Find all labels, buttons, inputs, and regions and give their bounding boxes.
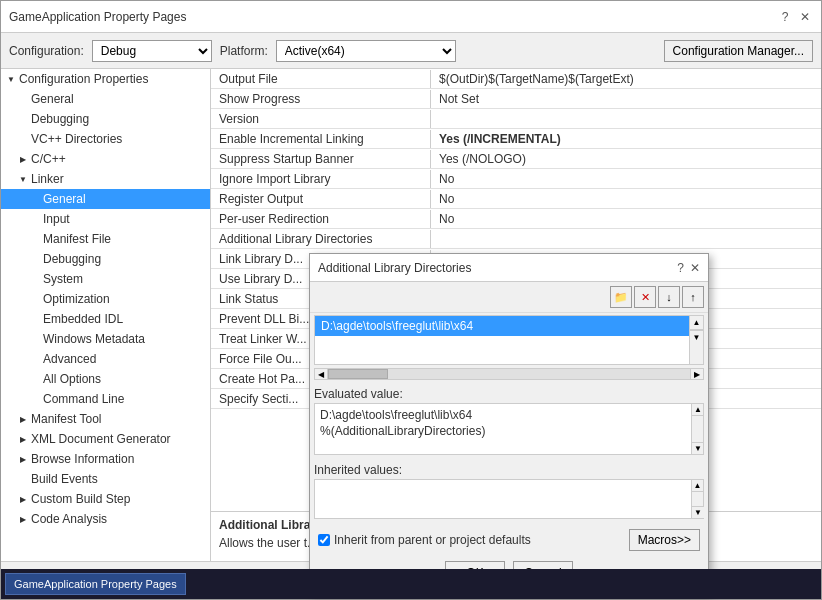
hscroll-left-btn[interactable]: ◀ <box>314 368 328 380</box>
platform-label: Platform: <box>220 44 268 58</box>
sidebar-item-all-options[interactable]: All Options <box>1 369 210 389</box>
modal-title-controls: ? ✕ <box>677 261 700 275</box>
prop-row-ignore-import: Ignore Import Library No <box>211 169 821 189</box>
sidebar-item-linker[interactable]: ▼ Linker <box>1 169 210 189</box>
hscroll-right-btn[interactable]: ▶ <box>690 368 704 380</box>
hscroll-track <box>328 368 690 380</box>
prop-value-version <box>431 117 821 121</box>
spacer-icon <box>29 193 41 205</box>
sidebar-item-linker-input[interactable]: Input <box>1 209 210 229</box>
add-folder-button[interactable]: 📁 <box>610 286 632 308</box>
expand-icon: ▶ <box>17 493 29 505</box>
title-controls: ? ✕ <box>777 9 813 25</box>
prop-value-additional-lib-dirs <box>431 237 821 241</box>
modal-footer: Inherit from parent or project defaults … <box>310 523 708 557</box>
sidebar-item-browse-info[interactable]: ▶ Browse Information <box>1 449 210 469</box>
collapse-icon: ▼ <box>17 173 29 185</box>
inherited-box: ▲ ▼ <box>314 479 704 519</box>
sidebar-item-command-line[interactable]: Command Line <box>1 389 210 409</box>
move-down-button[interactable]: ↓ <box>658 286 680 308</box>
prop-value-register-output: No <box>431 190 821 208</box>
sidebar-item-xml-doc[interactable]: ▶ XML Document Generator <box>1 429 210 449</box>
inherit-checkbox[interactable] <box>318 534 330 546</box>
spacer-icon <box>29 333 41 345</box>
sidebar-item-windows-metadata[interactable]: Windows Metadata <box>1 329 210 349</box>
prop-row-suppress-banner: Suppress Startup Banner Yes (/NOLOGO) <box>211 149 821 169</box>
delete-icon: ✕ <box>641 291 650 304</box>
prop-value-ignore-import: No <box>431 170 821 188</box>
eval-section: Evaluated value: D:\agde\tools\freeglut\… <box>310 383 708 459</box>
spacer-icon <box>17 133 29 145</box>
config-manager-button[interactable]: Configuration Manager... <box>664 40 813 62</box>
window-title: GameApplication Property Pages <box>9 10 186 24</box>
expand-icon: ▶ <box>17 153 29 165</box>
prop-name-suppress-banner: Suppress Startup Banner <box>211 150 431 168</box>
spacer-icon <box>29 273 41 285</box>
sidebar-item-config-props[interactable]: ▼ Configuration Properties <box>1 69 210 89</box>
modal-close-button[interactable]: ✕ <box>690 261 700 275</box>
close-button[interactable]: ✕ <box>797 9 813 25</box>
expand-icon: ▶ <box>17 413 29 425</box>
prop-name-register-output: Register Output <box>211 190 431 208</box>
spacer-icon <box>17 93 29 105</box>
prop-value-suppress-banner: Yes (/NOLOGO) <box>431 150 821 168</box>
prop-row-additional-lib-dirs: Additional Library Directories <box>211 229 821 249</box>
title-bar: GameApplication Property Pages ? ✕ <box>1 1 821 33</box>
scroll-down-btn[interactable]: ▼ <box>690 330 703 344</box>
help-button[interactable]: ? <box>777 9 793 25</box>
inherited-section: Inherited values: ▲ ▼ <box>310 459 708 523</box>
prop-value-output-file: $(OutDir)$(TargetName)$(TargetExt) <box>431 70 821 88</box>
list-area: D:\agde\tools\freeglut\lib\x64 ▲ ▼ <box>314 315 704 365</box>
platform-select[interactable]: Active(x64) <box>276 40 456 62</box>
config-label: Configuration: <box>9 44 84 58</box>
sidebar-item-manifest-tool[interactable]: ▶ Manifest Tool <box>1 409 210 429</box>
expand-icon: ▶ <box>17 513 29 525</box>
config-select[interactable]: Debug <box>92 40 212 62</box>
sidebar-item-optimization[interactable]: Optimization <box>1 289 210 309</box>
prop-name-output-file: Output File <box>211 70 431 88</box>
spacer-icon <box>29 253 41 265</box>
eval-label: Evaluated value: <box>314 387 704 401</box>
scroll-up-btn[interactable]: ▲ <box>690 316 703 330</box>
eval-scroll-down[interactable]: ▼ <box>692 442 704 454</box>
sidebar-item-advanced[interactable]: Advanced <box>1 349 210 369</box>
move-down-icon: ↓ <box>666 291 672 303</box>
inherited-label: Inherited values: <box>314 463 704 477</box>
prop-row-version: Version <box>211 109 821 129</box>
sidebar-item-cpp[interactable]: ▶ C/C++ <box>1 149 210 169</box>
modal-help-button[interactable]: ? <box>677 261 684 275</box>
list-vscrollbar[interactable]: ▲ ▼ <box>689 316 703 364</box>
inherit-checkbox-row: Inherit from parent or project defaults <box>318 533 621 547</box>
prop-name-per-user: Per-user Redirection <box>211 210 431 228</box>
move-up-button[interactable]: ↑ <box>682 286 704 308</box>
inherited-vscrollbar[interactable]: ▲ ▼ <box>691 480 703 518</box>
eval-vscrollbar[interactable]: ▲ ▼ <box>691 404 703 454</box>
sidebar-item-custom-build[interactable]: ▶ Custom Build Step <box>1 489 210 509</box>
inherited-scroll-up[interactable]: ▲ <box>692 480 703 492</box>
prop-value-show-progress: Not Set <box>431 90 821 108</box>
macros-button[interactable]: Macros>> <box>629 529 700 551</box>
sidebar-item-linker-debug[interactable]: Debugging <box>1 249 210 269</box>
sidebar-item-debugging[interactable]: Debugging <box>1 109 210 129</box>
sidebar-item-system[interactable]: System <box>1 269 210 289</box>
eval-box: D:\agde\tools\freeglut\lib\x64 %(Additio… <box>314 403 704 455</box>
prop-value-incremental: Yes (/INCREMENTAL) <box>431 130 821 148</box>
hscroll-thumb[interactable] <box>328 369 388 379</box>
eval-scroll-up[interactable]: ▲ <box>692 404 704 416</box>
sidebar-item-code-analysis[interactable]: ▶ Code Analysis <box>1 509 210 529</box>
sidebar-item-manifest-file[interactable]: Manifest File <box>1 229 210 249</box>
sidebar-item-general[interactable]: General <box>1 89 210 109</box>
modal-toolbar: 📁 ✕ ↓ ↑ <box>310 282 708 313</box>
sidebar-item-vc-dirs[interactable]: VC++ Directories <box>1 129 210 149</box>
prop-name-incremental: Enable Incremental Linking <box>211 130 431 148</box>
list-item-freeglut[interactable]: D:\agde\tools\freeglut\lib\x64 <box>315 316 703 336</box>
spacer-icon <box>29 353 41 365</box>
prop-row-register-output: Register Output No <box>211 189 821 209</box>
sidebar-item-build-events[interactable]: Build Events <box>1 469 210 489</box>
delete-button[interactable]: ✕ <box>634 286 656 308</box>
sidebar: ▼ Configuration Properties General Debug… <box>1 69 211 561</box>
sidebar-item-linker-general[interactable]: General <box>1 189 210 209</box>
taskbar-app-button[interactable]: GameApplication Property Pages <box>5 573 186 595</box>
inherited-scroll-down[interactable]: ▼ <box>692 506 704 518</box>
sidebar-item-embedded-idl[interactable]: Embedded IDL <box>1 309 210 329</box>
